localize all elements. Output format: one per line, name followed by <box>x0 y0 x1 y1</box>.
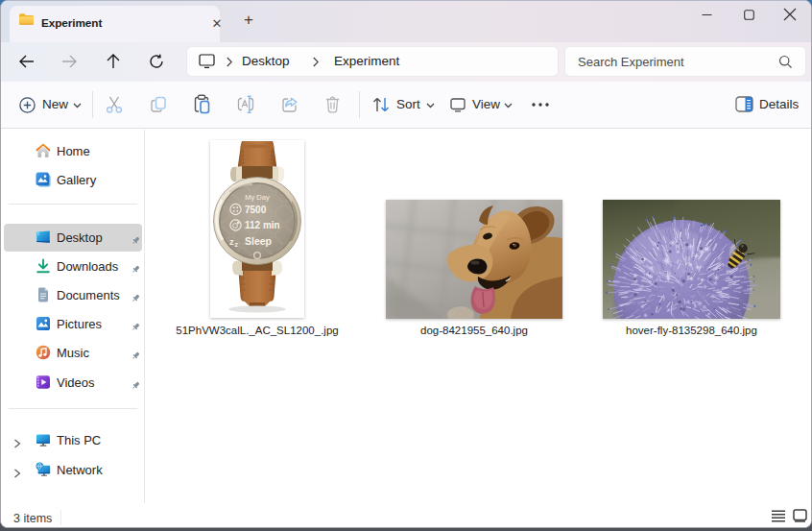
svg-text:112 min: 112 min <box>245 220 280 230</box>
svg-text:Sleep: Sleep <box>245 235 272 247</box>
svg-text:My Day: My Day <box>245 193 270 202</box>
svg-text:z: z <box>229 236 234 247</box>
svg-text:7500: 7500 <box>245 205 267 215</box>
svg-text:z: z <box>235 241 239 248</box>
